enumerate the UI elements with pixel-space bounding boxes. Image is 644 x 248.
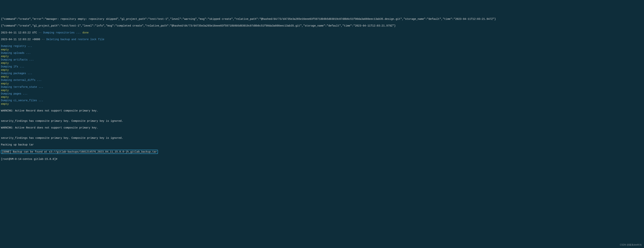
dump-label: Dumping packages ... (1, 72, 643, 75)
dump-status: empty (1, 68, 643, 72)
dump-label: Dumping uploads ... (1, 51, 643, 55)
dump-status: empty (1, 82, 643, 85)
packing-line: Packing up backup tar (1, 143, 643, 146)
separator: -- (37, 31, 43, 34)
dump-label: Dumping ci_secure_files ... (1, 99, 643, 102)
dump-label: Dumping lfs ... (1, 65, 643, 68)
shell-prompt[interactable]: [root@VM-0-14-centos gitlab-15.8.0]# (1, 157, 643, 161)
dump-label: Dumping external_diffs ... (1, 78, 643, 82)
dump-label: Dumping terraform_state ... (1, 85, 643, 89)
dump-label: Dumping artifacts ... (1, 58, 643, 61)
dump-status: empty (1, 48, 643, 51)
backup-done-box: [DONE] Backup can be found at s3://gitla… (1, 150, 158, 154)
security-findings-line: security_findings has composite primary … (1, 119, 643, 123)
timestamp: 2023-04-11 12:03:22 UTC (1, 31, 37, 34)
dump-label: Dumping registry ... (1, 44, 643, 48)
warning-line: WARNING: Active Record does not support … (1, 109, 643, 112)
security-findings-line: security_findings has composite primary … (1, 136, 643, 140)
dump-status: empty (1, 95, 643, 99)
done-backup-line: [DONE] Backup can be found at s3://gitla… (1, 150, 643, 154)
dump-status: empty (1, 75, 643, 78)
log-line-repos: 2023-04-11 12:03:22 UTC -- Dumping repos… (1, 31, 643, 34)
dump-sections: Dumping registry ...emptyDumping uploads… (1, 44, 643, 105)
timestamp: 2023-04-11 12:03:22 +0000 (1, 38, 40, 41)
dump-label: Dumping pages ... (1, 92, 643, 95)
dump-status: empty (1, 61, 643, 65)
action-text: Deleting backup and restore lock file (46, 38, 104, 41)
log-json-line: {"command":"create","error":"manager: re… (1, 17, 643, 21)
warning-line: WARNING: Active Record does not support … (1, 126, 643, 130)
log-json-line: {"command":"create","gl_project_path":"t… (1, 24, 643, 28)
dump-status: empty (1, 102, 643, 106)
dump-status: empty (1, 55, 643, 58)
dump-status: empty (1, 89, 643, 92)
action-text: Dumping repositories ... (43, 31, 82, 34)
status-done: done (82, 31, 89, 34)
log-line-delete-lock: 2023-04-11 12:03:22 +0000 -- Deleting ba… (1, 38, 643, 41)
terminal-output[interactable]: {"command":"create","error":"manager: re… (1, 14, 643, 164)
separator: -- (40, 38, 46, 41)
